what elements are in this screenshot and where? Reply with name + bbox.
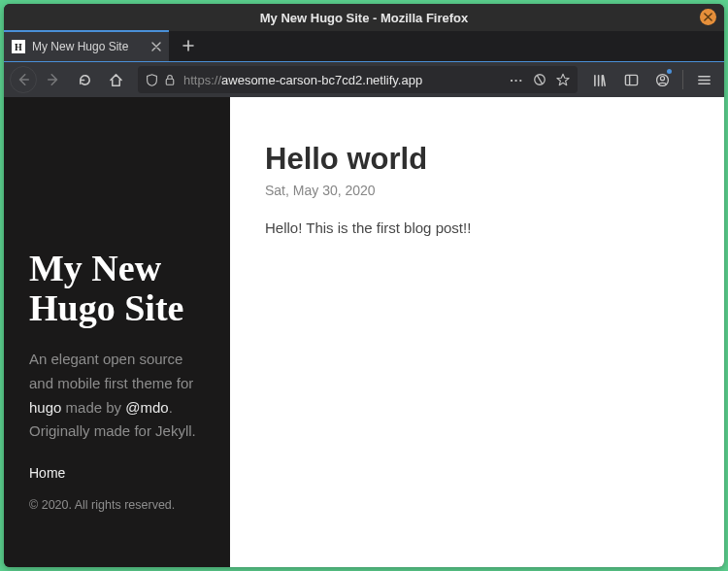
svg-rect-0	[166, 79, 174, 84]
url-text: https://awesome-carson-bc7cd2.netlify.ap…	[183, 73, 502, 87]
back-button[interactable]	[10, 66, 37, 93]
site-title[interactable]: My New Hugo Site	[29, 249, 207, 328]
bookmark-star-icon[interactable]	[556, 73, 570, 86]
arrow-left-icon	[17, 73, 30, 86]
lead-text: An elegant open source and mobile first …	[29, 351, 193, 391]
url-host: awesome-carson-bc7cd2.netlify.app	[221, 73, 422, 87]
tab-strip: H My New Hugo Site	[4, 31, 724, 62]
window-close-button[interactable]	[700, 9, 716, 25]
library-button[interactable]	[585, 65, 614, 94]
reload-icon	[78, 73, 92, 87]
copyright-text: © 2020. All rights reserved.	[29, 498, 207, 512]
site-lead: An elegant open source and mobile first …	[29, 348, 207, 444]
lock-icon	[164, 74, 176, 85]
sidebar-icon	[624, 73, 639, 87]
window-title: My New Hugo Site - Mozilla Firefox	[260, 11, 469, 25]
home-button[interactable]	[101, 65, 130, 94]
url-protocol: https://	[183, 73, 221, 87]
toolbar-divider	[682, 70, 683, 89]
home-icon	[109, 73, 123, 87]
svg-point-5	[660, 76, 664, 80]
post-content: Hello world Sat, May 30, 2020 Hello! Thi…	[230, 97, 724, 567]
browser-tab[interactable]: H My New Hugo Site	[4, 30, 169, 61]
post-body: Hello! This is the first blog post!!	[265, 219, 689, 236]
reload-button[interactable]	[70, 65, 99, 94]
window-titlebar: My New Hugo Site - Mozilla Firefox	[4, 4, 724, 31]
library-icon	[593, 73, 608, 87]
notification-dot	[667, 69, 672, 74]
nav-home-link[interactable]: Home	[29, 465, 207, 481]
account-button[interactable]	[647, 65, 677, 94]
forward-button[interactable]	[39, 65, 68, 94]
reader-mode-icon[interactable]	[533, 73, 546, 86]
nav-toolbar: https://awesome-carson-bc7cd2.netlify.ap…	[4, 62, 724, 97]
close-icon	[704, 13, 712, 21]
app-menu-button[interactable]	[689, 65, 718, 94]
tab-close-button[interactable]	[151, 42, 161, 51]
browser-window: My New Hugo Site - Mozilla Firefox H My …	[4, 4, 724, 567]
site-identity[interactable]	[146, 74, 176, 86]
plus-icon	[182, 40, 194, 51]
arrow-right-icon	[47, 73, 60, 86]
account-icon	[655, 73, 670, 87]
lead-text: made by	[61, 399, 125, 416]
sidebars-button[interactable]	[616, 65, 645, 94]
close-icon	[151, 42, 161, 51]
hamburger-icon	[697, 73, 711, 87]
post-date: Sat, May 30, 2020	[265, 183, 689, 198]
page-viewport: My New Hugo Site An elegant open source …	[4, 97, 724, 567]
shield-icon	[146, 74, 158, 86]
hugo-link[interactable]: hugo	[29, 399, 61, 416]
new-tab-button[interactable]	[175, 32, 202, 59]
tab-favicon: H	[12, 40, 25, 53]
mdo-link[interactable]: @mdo	[125, 399, 168, 416]
svg-rect-2	[625, 75, 637, 84]
site-sidebar: My New Hugo Site An elegant open source …	[4, 97, 230, 567]
tab-title: My New Hugo Site	[32, 40, 146, 53]
url-bar[interactable]: https://awesome-carson-bc7cd2.netlify.ap…	[138, 66, 578, 93]
post-title: Hello world	[265, 142, 689, 177]
page-actions-button[interactable]: ···	[510, 73, 523, 87]
